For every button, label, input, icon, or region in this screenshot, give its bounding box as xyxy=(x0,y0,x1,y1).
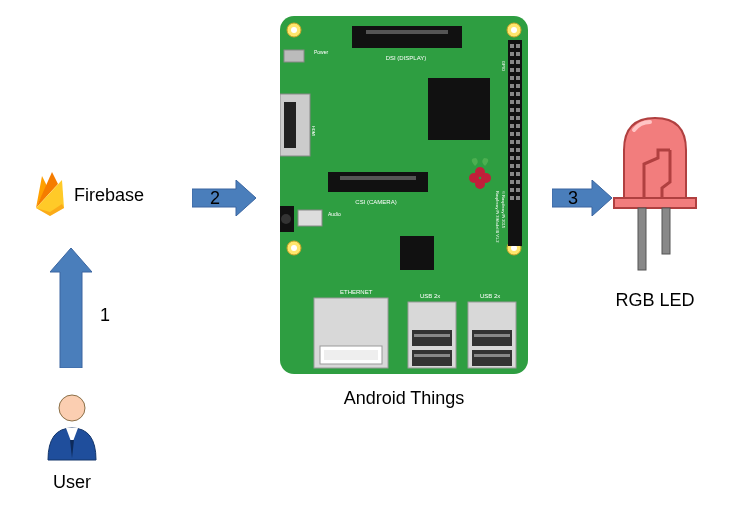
svg-text:USB 2x: USB 2x xyxy=(480,293,500,299)
svg-rect-13 xyxy=(510,52,514,56)
svg-rect-79 xyxy=(412,350,452,366)
svg-rect-50 xyxy=(516,196,520,200)
svg-rect-63 xyxy=(298,210,322,226)
svg-rect-92 xyxy=(638,208,646,270)
svg-rect-87 xyxy=(474,354,510,357)
arrow-1 xyxy=(50,248,92,372)
svg-rect-18 xyxy=(516,68,520,72)
svg-rect-14 xyxy=(516,52,520,56)
svg-rect-54 xyxy=(284,50,304,62)
svg-text:USB 2x: USB 2x xyxy=(420,293,440,299)
svg-rect-93 xyxy=(662,208,670,254)
svg-rect-26 xyxy=(516,100,520,104)
svg-rect-37 xyxy=(510,148,514,152)
svg-rect-49 xyxy=(510,196,514,200)
svg-text:DSI (DISPLAY): DSI (DISPLAY) xyxy=(386,55,427,61)
svg-rect-84 xyxy=(472,330,512,346)
svg-text:ETHERNET: ETHERNET xyxy=(340,289,373,295)
raspberry-pi-icon: DSI (DISPLAY) Power CSI (CAMERA) Audio R… xyxy=(280,16,528,374)
user-label: User xyxy=(42,472,102,493)
svg-rect-66 xyxy=(400,236,434,270)
svg-rect-24 xyxy=(516,92,520,96)
firebase-node: Firebase xyxy=(32,170,144,220)
svg-point-0 xyxy=(59,395,85,421)
arrow-3-number: 3 xyxy=(568,188,578,209)
svg-rect-16 xyxy=(516,60,520,64)
svg-text:GPIO: GPIO xyxy=(501,61,506,71)
firebase-icon xyxy=(32,170,68,220)
svg-rect-39 xyxy=(510,156,514,160)
svg-text:Audio: Audio xyxy=(328,211,341,217)
svg-rect-91 xyxy=(614,198,696,208)
rgb-led-label: RGB LED xyxy=(600,290,710,311)
svg-rect-22 xyxy=(516,84,520,88)
svg-point-5 xyxy=(511,27,517,33)
svg-text:HDMI: HDMI xyxy=(311,126,316,136)
svg-rect-42 xyxy=(516,164,520,168)
rgb-led-node: RGB LED xyxy=(600,110,710,311)
svg-rect-45 xyxy=(510,180,514,184)
svg-rect-58 xyxy=(328,172,428,192)
svg-rect-85 xyxy=(472,350,512,366)
svg-rect-28 xyxy=(516,108,520,112)
svg-rect-20 xyxy=(516,76,520,80)
arrow-2 xyxy=(192,180,256,220)
svg-rect-86 xyxy=(474,334,510,337)
svg-rect-36 xyxy=(516,140,520,144)
user-node: User xyxy=(42,392,102,493)
svg-point-7 xyxy=(291,245,297,251)
svg-rect-48 xyxy=(516,188,520,192)
svg-rect-34 xyxy=(516,132,520,136)
svg-rect-80 xyxy=(414,334,450,337)
svg-rect-41 xyxy=(510,164,514,168)
led-icon xyxy=(600,110,710,280)
svg-rect-31 xyxy=(510,124,514,128)
svg-rect-38 xyxy=(516,148,520,152)
svg-rect-65 xyxy=(428,78,490,140)
svg-rect-81 xyxy=(414,354,450,357)
svg-text:Raspberry Pi 3 Model B V1.2: Raspberry Pi 3 Model B V1.2 xyxy=(495,191,500,243)
svg-text:© Raspberry Pi 2015: © Raspberry Pi 2015 xyxy=(501,191,506,229)
svg-rect-52 xyxy=(366,30,448,34)
user-icon xyxy=(42,392,102,462)
svg-text:Power: Power xyxy=(314,49,329,55)
svg-rect-40 xyxy=(516,156,520,160)
svg-rect-46 xyxy=(516,180,520,184)
svg-rect-27 xyxy=(510,108,514,112)
svg-rect-78 xyxy=(412,330,452,346)
svg-rect-21 xyxy=(510,84,514,88)
svg-rect-25 xyxy=(510,100,514,104)
svg-rect-57 xyxy=(284,102,296,148)
svg-rect-33 xyxy=(510,132,514,136)
svg-rect-44 xyxy=(516,172,520,176)
svg-rect-75 xyxy=(324,350,378,360)
svg-point-3 xyxy=(291,27,297,33)
svg-rect-23 xyxy=(510,92,514,96)
svg-rect-19 xyxy=(510,76,514,80)
svg-rect-12 xyxy=(516,44,520,48)
svg-rect-51 xyxy=(352,26,462,48)
firebase-label: Firebase xyxy=(74,185,144,206)
android-things-label: Android Things xyxy=(280,388,528,409)
svg-rect-17 xyxy=(510,68,514,72)
svg-rect-59 xyxy=(340,176,416,180)
svg-text:CSI (CAMERA): CSI (CAMERA) xyxy=(355,199,396,205)
svg-rect-11 xyxy=(510,44,514,48)
svg-point-70 xyxy=(475,179,485,189)
svg-point-62 xyxy=(281,214,291,224)
svg-rect-32 xyxy=(516,124,520,128)
svg-rect-30 xyxy=(516,116,520,120)
svg-rect-47 xyxy=(510,188,514,192)
svg-rect-35 xyxy=(510,140,514,144)
svg-rect-43 xyxy=(510,172,514,176)
arrow-2-number: 2 xyxy=(210,188,220,209)
arrow-1-number: 1 xyxy=(100,305,110,326)
android-things-node: DSI (DISPLAY) Power CSI (CAMERA) Audio R… xyxy=(280,16,528,409)
svg-rect-15 xyxy=(510,60,514,64)
svg-rect-29 xyxy=(510,116,514,120)
